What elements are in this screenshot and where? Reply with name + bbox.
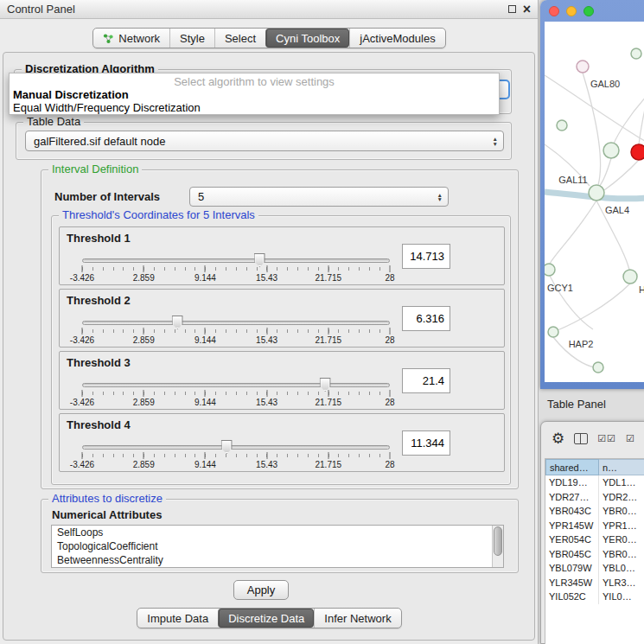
slider-scale-label: 15.43	[256, 273, 277, 283]
select-checkboxes-icon[interactable]: ☑☑	[597, 433, 616, 444]
network-node[interactable]	[577, 61, 589, 73]
select-checkboxes-icon-2[interactable]: ☑	[626, 433, 635, 444]
threshold-2-value-field[interactable]: 6.316	[402, 306, 450, 331]
table-cell: YDR2…	[599, 490, 644, 505]
network-canvas-svg: GAL80GAL11GAL4GCY1HHAP2	[545, 22, 644, 382]
network-node[interactable]	[557, 120, 567, 131]
network-node[interactable]	[548, 327, 558, 337]
slider-thumb[interactable]	[320, 378, 331, 392]
table-row[interactable]: YDR27…YDR2…	[545, 490, 644, 505]
table-data-combobox[interactable]: galFiltered.sif default node ▲▼	[25, 131, 504, 151]
slider-track[interactable]	[82, 445, 390, 450]
number-of-intervals-combobox[interactable]: 5 ▲▼	[189, 187, 449, 207]
list-scrollbar[interactable]	[492, 526, 503, 567]
node-table[interactable]: shared… n… YDL19…YDL1…YDR27…YDR2…YBR043C…	[545, 458, 644, 644]
slider-scale-labels: -3.4262.8599.14415.4321.71528	[82, 397, 390, 407]
slider-track[interactable]	[82, 258, 390, 263]
table-header-shared[interactable]: shared…	[545, 459, 599, 475]
threshold-1-value-field[interactable]: 14.713	[402, 244, 450, 269]
threshold-4-slider[interactable]: -3.4262.8599.14415.4321.71528	[82, 440, 390, 469]
threshold-3-value-field[interactable]: 21.4	[402, 368, 450, 393]
slider-scale-label: -3.426	[70, 335, 94, 345]
apply-button[interactable]: Apply	[233, 580, 289, 600]
attribute-list-item[interactable]: TopologicalCoefficient	[52, 539, 503, 553]
slider-ticks	[82, 267, 390, 271]
tab-select[interactable]: Select	[214, 29, 265, 48]
close-window-icon[interactable]: ×	[523, 4, 531, 15]
network-node[interactable]	[589, 185, 604, 201]
threshold-3-label: Threshold 3	[67, 356, 131, 369]
slider-major-tick	[266, 390, 267, 397]
threshold-4-value-field[interactable]: 11.344	[402, 430, 450, 456]
slider-scale-labels: -3.4262.8599.14415.4321.71528	[82, 272, 390, 283]
slider-thumb[interactable]	[221, 440, 233, 454]
columns-icon[interactable]	[574, 433, 588, 444]
table-row[interactable]: YDL19…YDL1…	[545, 475, 644, 490]
window-traffic-lights	[549, 6, 594, 16]
float-window-icon[interactable]	[508, 5, 516, 13]
table-row[interactable]: YBL079WYBL0…	[545, 561, 644, 576]
slider-major-tick	[82, 452, 83, 459]
network-node[interactable]	[631, 48, 641, 59]
close-traffic-icon[interactable]	[549, 6, 559, 16]
numerical-attributes-label: Numerical Attributes	[52, 508, 162, 521]
node-table-body: YDL19…YDL1…YDR27…YDR2…YBR043CYBR0…YPR145…	[545, 475, 644, 604]
network-node-label: GAL80	[590, 79, 620, 89]
bottom-tab-group: Impute Data Discretize Data Infer Networ…	[137, 608, 401, 628]
tab-style[interactable]: Style	[169, 29, 214, 48]
slider-scale-label: 28	[385, 460, 394, 469]
table-row[interactable]: YBR045CYBR0…	[545, 547, 644, 562]
network-node[interactable]	[631, 144, 644, 160]
table-header-name[interactable]: n…	[599, 459, 644, 475]
minimize-traffic-icon[interactable]	[566, 6, 577, 16]
control-panel-window: Control Panel × Network	[0, 0, 539, 644]
slider-major-tick	[328, 265, 328, 272]
tab-jactivemodules[interactable]: jActiveModules	[349, 29, 444, 48]
tab-discretize-data[interactable]: Discretize Data	[218, 609, 314, 628]
threshold-3-slider[interactable]: -3.4262.8599.14415.4321.71528	[82, 378, 390, 407]
tab-impute-data[interactable]: Impute Data	[137, 609, 218, 628]
slider-thumb[interactable]	[254, 253, 265, 267]
table-cell: YBR0…	[599, 547, 644, 562]
combobox-arrows-icon: ▲▼	[437, 192, 443, 201]
dropdown-option-equal-width-frequency[interactable]: Equal Width/Frequency Discretization	[10, 101, 499, 114]
slider-major-tick	[82, 328, 83, 335]
dropdown-placeholder-option[interactable]: Select algorithm to view settings	[10, 75, 499, 88]
network-node[interactable]	[593, 362, 603, 373]
dropdown-option-manual-discretization[interactable]: Manual Discretization	[10, 88, 499, 101]
table-cell: YDL19…	[545, 475, 599, 490]
slider-major-tick	[205, 265, 206, 272]
tab-infer-network[interactable]: Infer Network	[314, 609, 400, 628]
network-node[interactable]	[603, 143, 619, 158]
table-row[interactable]: YPR145WYPR1…	[545, 519, 644, 533]
slider-scale-label: 2.859	[133, 460, 155, 469]
table-row[interactable]: YBR043CYBR0…	[545, 504, 644, 519]
network-node[interactable]	[623, 270, 637, 284]
table-row[interactable]: YLR345WYLR3…	[545, 576, 644, 590]
threshold-1-slider[interactable]: -3.4262.8599.14415.4321.71528	[82, 253, 390, 283]
threshold-1-label: Threshold 1	[67, 232, 131, 245]
attribute-list-item[interactable]: SelfLoops	[52, 526, 503, 539]
attribute-list-item[interactable]: BetweennessCentrality	[52, 553, 503, 567]
slider-major-tick	[266, 452, 267, 459]
network-node[interactable]	[545, 264, 555, 276]
zoom-traffic-icon[interactable]	[583, 6, 594, 16]
slider-scale-label: 15.43	[256, 335, 277, 345]
bottom-tabbar: Impute Data Discretize Data Infer Networ…	[0, 608, 539, 628]
slider-thumb[interactable]	[172, 316, 183, 329]
table-row[interactable]: YIL052CYIL0…	[545, 590, 644, 604]
numerical-attributes-listbox[interactable]: SelfLoopsTopologicalCoefficientBetweenne…	[51, 525, 504, 568]
table-row[interactable]: YER054CYER0…	[545, 532, 644, 547]
gear-icon[interactable]: ⚙	[552, 431, 564, 446]
slider-track[interactable]	[82, 383, 390, 387]
network-canvas[interactable]: GAL80GAL11GAL4GCY1HHAP2	[545, 22, 644, 382]
tab-cyni-toolbox[interactable]: Cyni Toolbox	[265, 29, 349, 48]
list-scrollbar-thumb[interactable]	[494, 526, 502, 556]
tab-network[interactable]: Network	[93, 29, 169, 48]
tab-impute-data-label: Impute Data	[147, 612, 208, 625]
threshold-2-slider[interactable]: -3.4262.8599.14415.4321.71528	[82, 316, 390, 345]
slider-major-tick	[390, 265, 391, 272]
slider-scale-label: 2.859	[133, 273, 155, 283]
slider-scale-label: 28	[385, 335, 394, 345]
slider-track[interactable]	[82, 321, 390, 325]
